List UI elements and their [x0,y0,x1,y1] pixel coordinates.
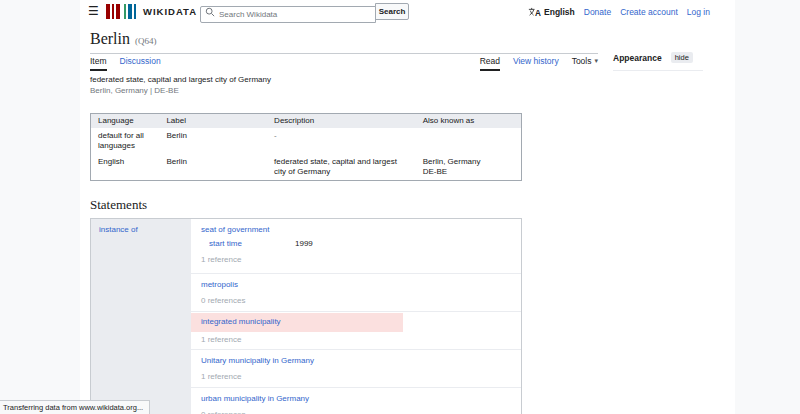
alias-line: DE-BE [423,167,514,177]
statement-value: metropolis 0 references [191,273,521,311]
language-label: English [544,7,575,17]
col-header-label: Label [159,114,267,129]
statement-property-cell: instance of [91,219,191,414]
value-link[interactable]: urban municipality in Germany [201,394,309,403]
statement-value: urban municipality in Germany 0 referenc… [191,387,521,414]
cell-description: federated state, capital and largest cit… [267,154,416,181]
appearance-panel: Appearance hide [613,52,703,71]
search-button[interactable]: Search [375,3,409,20]
language-icon: A [528,7,541,17]
browser-status-bar: Transferring data from www.wikidata.org.… [0,400,150,414]
language-selector[interactable]: A English [528,7,575,17]
value-link[interactable]: integrated municipality [201,317,281,326]
login-link[interactable]: Log in [687,7,710,17]
qualifier-value: 1999 [295,239,313,248]
property-link-instance-of[interactable]: instance of [99,225,138,234]
header-user-links: A English Donate Create account Log in [528,0,710,24]
references-toggle[interactable]: 1 reference [201,255,521,265]
tab-read[interactable]: Read [480,56,500,71]
table-row: default for all languages Berlin - [91,128,522,154]
entity-id: (Q64) [135,36,157,46]
qualifier-property-link[interactable]: start time [209,239,295,249]
appearance-hide-button[interactable]: hide [671,52,693,63]
statement-value: seat of government start time1999 1 refe… [191,219,521,273]
highlighted-value-bar: integrated municipality [191,313,403,332]
value-link[interactable]: metropolis [201,280,238,289]
svg-text:A: A [535,9,541,17]
entity-aliases: Berlin, Germany | DE-BE [90,85,271,96]
qualifier-row: start time1999 [209,239,521,249]
references-toggle[interactable]: 1 reference [201,335,521,345]
col-header-description: Description [267,114,416,129]
cell-language: default for all languages [91,128,160,154]
tools-label: Tools [572,56,592,66]
alias-line: Berlin, Germany [423,157,514,167]
table-row: English Berlin federated state, capital … [91,154,522,181]
menu-icon[interactable]: ☰ [88,4,99,18]
entity-description: federated state, capital and largest cit… [90,74,271,85]
cell-aliases: Berlin, Germany DE-BE [416,154,522,181]
wikidata-logo-text: WIKIDATA [143,6,197,17]
tools-menu[interactable]: Tools ▾ [572,56,598,69]
tab-view-history[interactable]: View history [513,56,559,69]
search-input[interactable] [200,6,376,23]
create-account-link[interactable]: Create account [620,7,678,17]
col-header-language: Language [91,114,160,129]
donate-link[interactable]: Donate [584,7,611,17]
terms-table-header-row: Language Label Description Also known as [91,114,522,129]
terms-table: Language Label Description Also known as… [90,113,522,181]
cell-language: English [91,154,160,181]
value-link[interactable]: seat of government [201,225,269,234]
statement-group: instance of seat of government start tim… [90,218,522,414]
appearance-label: Appearance [613,53,662,63]
wikidata-logo[interactable]: WIKIDATA [106,4,197,19]
cell-label: Berlin [159,128,267,154]
page-tabs: Item Discussion Read View history Tools … [90,56,598,71]
page-title: Berlin(Q64) [90,30,598,48]
value-link[interactable]: Unitary municipality in Germany [201,356,314,365]
col-header-also-known-as: Also known as [416,114,522,129]
cell-aliases [416,128,522,154]
cell-label: Berlin [159,154,267,181]
chevron-down-icon: ▾ [594,57,598,65]
references-toggle[interactable]: 1 reference [201,372,521,382]
statements-heading: Statements [90,197,147,213]
tab-discussion[interactable]: Discussion [120,56,161,69]
entity-label: Berlin [90,30,130,47]
statement-value-highlighted: integrated municipality 1 reference [191,311,521,349]
search-bar: Search [200,3,409,23]
cell-description: - [267,128,416,154]
search-icon [205,7,215,17]
statement-value: Unitary municipality in Germany 1 refere… [191,349,521,387]
title-section: Berlin(Q64) [90,30,598,54]
page-content: ☰ WIKIDATA Search A English Donate [80,0,735,414]
references-toggle[interactable]: 0 references [201,296,521,306]
browser-viewport: ☰ WIKIDATA Search A English Donate [0,0,800,414]
tab-item[interactable]: Item [90,56,107,71]
wikidata-logo-bars-icon [106,4,136,19]
references-toggle[interactable]: 0 references [201,410,521,414]
statement-values: seat of government start time1999 1 refe… [191,219,521,414]
entity-subtitle: federated state, capital and largest cit… [90,74,271,96]
